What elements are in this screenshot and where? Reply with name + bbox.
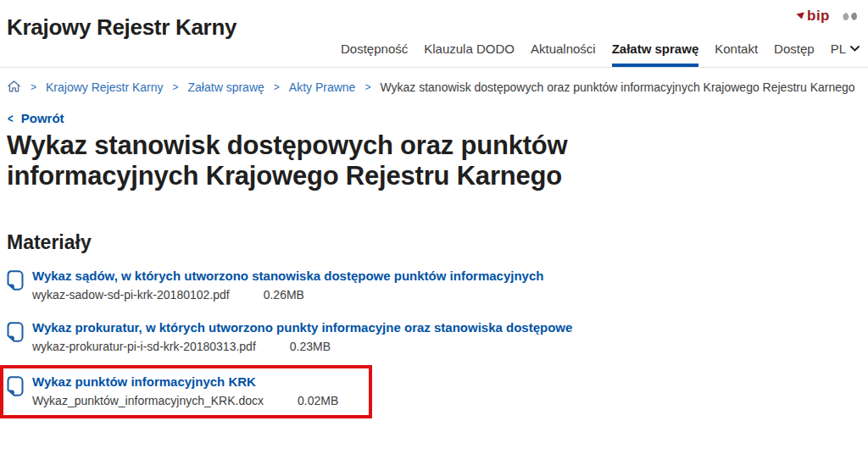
- file-item: Wykaz sądów, w których utworzono stanowi…: [7, 269, 861, 302]
- nav-item-pl[interactable]: PL: [831, 42, 860, 67]
- nav-item-klauzula-dodo[interactable]: Klauzula DODO: [424, 42, 515, 67]
- annotation-highlight-box: Wykaz punktów informacyjnych KRKWykaz_pu…: [0, 365, 372, 418]
- file-icon: [7, 270, 24, 291]
- nav-item-załatw-sprawę[interactable]: Załatw sprawę: [612, 42, 699, 67]
- nav-item-kontakt[interactable]: Kontakt: [715, 42, 758, 67]
- home-icon[interactable]: [7, 80, 21, 93]
- breadcrumb-link-krajowy-rejestr-karny[interactable]: Krajowy Rejestr Karny: [46, 80, 164, 94]
- file-meta: Wykaz_punktów_informacyjnych_KRK.docx0.0…: [32, 394, 338, 407]
- site-title: Krajowy Rejestr Karny: [7, 14, 236, 67]
- file-link[interactable]: Wykaz punktów informacyjnych KRK: [32, 374, 256, 389]
- file-icon: [7, 376, 24, 396]
- file-item: Wykaz prokuratur, w których utworzono pu…: [7, 320, 861, 353]
- main-nav: DostępnośćKlauzula DODOAktualnościZałatw…: [341, 42, 860, 67]
- file-name: Wykaz_punktów_informacyjnych_KRK.docx: [32, 394, 264, 407]
- breadcrumb: >Krajowy Rejestr Karny>Załatw sprawę>Akt…: [0, 68, 868, 94]
- bip-logo-label: bip: [807, 8, 830, 25]
- file-body: Wykaz punktów informacyjnych KRKWykaz_pu…: [32, 374, 338, 407]
- breadcrumb-link-załatw-sprawę[interactable]: Załatw sprawę: [188, 80, 264, 94]
- breadcrumb-current: Wykaz stanowisk dostępowych oraz punktów…: [380, 80, 854, 94]
- breadcrumb-separator: >: [364, 81, 370, 93]
- nav-item-dostępność[interactable]: Dostępność: [341, 42, 408, 67]
- file-name: wykaz-prokuratur-pi-i-sd-krk-20180313.pd…: [32, 340, 256, 353]
- materials-heading: Materiały: [7, 231, 861, 254]
- bip-flag-icon: [796, 8, 805, 25]
- chevron-down-icon: [850, 46, 860, 52]
- file-link[interactable]: Wykaz sądów, w których utworzono stanowi…: [32, 269, 543, 283]
- file-icon: [7, 322, 24, 342]
- breadcrumb-separator: >: [274, 81, 280, 93]
- file-size: 0.26MB: [264, 288, 304, 302]
- logo-row: bip: [796, 8, 860, 25]
- breadcrumb-separator: >: [173, 81, 179, 93]
- file-body: Wykaz prokuratur, w których utworzono pu…: [32, 320, 572, 353]
- file-meta: wykaz-sadow-sd-pi-krk-20180102.pdf0.26MB: [32, 288, 543, 302]
- main-content: < Powrót Wykaz stanowisk dostępowych ora…: [0, 94, 868, 418]
- file-link[interactable]: Wykaz prokuratur, w których utworzono pu…: [32, 320, 572, 335]
- header-right: bip DostępnośćKlauzula DODOAktualnościZa…: [341, 0, 860, 67]
- nav-item-dostęp[interactable]: Dostęp: [774, 42, 815, 67]
- file-size: 0.02MB: [298, 394, 338, 407]
- nav-item-aktualności[interactable]: Aktualności: [531, 42, 596, 67]
- breadcrumb-separator: >: [31, 81, 36, 93]
- file-name: wykaz-sadow-sd-pi-krk-20180102.pdf: [32, 288, 230, 302]
- back-link[interactable]: < Powrót: [7, 111, 64, 125]
- file-meta: wykaz-prokuratur-pi-i-sd-krk-20180313.pd…: [32, 340, 572, 353]
- sign-language-icon[interactable]: [840, 9, 860, 24]
- chevron-left-icon: <: [8, 111, 14, 125]
- file-body: Wykaz sądów, w których utworzono stanowi…: [32, 269, 543, 302]
- back-link-label: Powrót: [21, 111, 64, 125]
- page-title: Wykaz stanowisk dostępowych oraz punktów…: [7, 130, 570, 191]
- materials-list: Wykaz sądów, w których utworzono stanowi…: [7, 269, 861, 418]
- bip-logo[interactable]: bip: [796, 8, 830, 25]
- breadcrumb-link-akty-prawne[interactable]: Akty Prawne: [289, 80, 356, 94]
- file-size: 0.23MB: [290, 340, 331, 353]
- site-header: Krajowy Rejestr Karny bip DostępnośćKlau…: [0, 0, 868, 68]
